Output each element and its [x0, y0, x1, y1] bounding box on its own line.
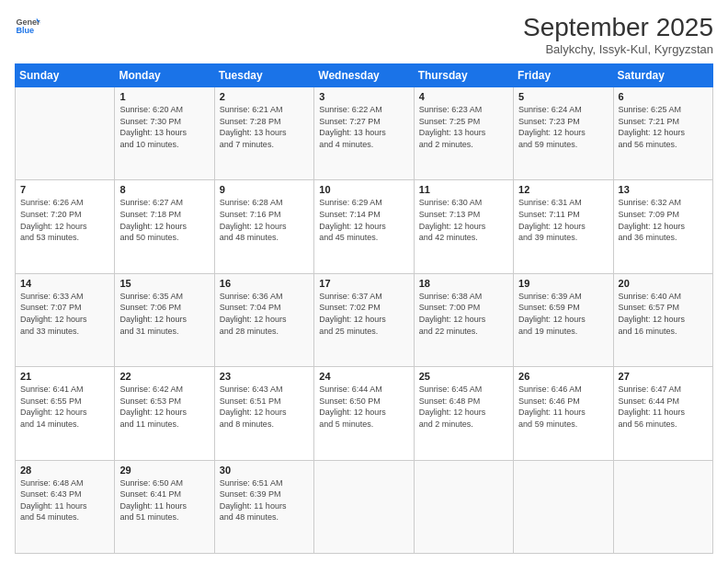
calendar-cell: 25Sunrise: 6:45 AM Sunset: 6:48 PM Dayli… [414, 367, 513, 460]
week-row-3: 14Sunrise: 6:33 AM Sunset: 7:07 PM Dayli… [16, 273, 713, 366]
day-detail: Sunrise: 6:23 AM Sunset: 7:25 PM Dayligh… [419, 104, 508, 150]
calendar-cell: 12Sunrise: 6:31 AM Sunset: 7:11 PM Dayli… [514, 180, 613, 273]
calendar-cell: 26Sunrise: 6:46 AM Sunset: 6:46 PM Dayli… [514, 367, 613, 460]
day-number: 28 [20, 465, 109, 476]
day-number: 4 [419, 91, 508, 102]
calendar-cell: 6Sunrise: 6:25 AM Sunset: 7:21 PM Daylig… [613, 87, 712, 180]
header: General Blue September 2025 Balykchy, Is… [15, 13, 713, 56]
day-number: 16 [220, 278, 309, 289]
day-detail: Sunrise: 6:22 AM Sunset: 7:27 PM Dayligh… [319, 104, 408, 150]
weekday-header-saturday: Saturday [613, 64, 712, 87]
title-block: September 2025 Balykchy, Issyk-Kul, Kyrg… [523, 13, 713, 56]
weekday-header-sunday: Sunday [16, 64, 115, 87]
day-detail: Sunrise: 6:20 AM Sunset: 7:30 PM Dayligh… [119, 104, 209, 150]
calendar-cell [16, 87, 115, 180]
day-detail: Sunrise: 6:33 AM Sunset: 7:07 PM Dayligh… [20, 291, 109, 337]
day-detail: Sunrise: 6:28 AM Sunset: 7:16 PM Dayligh… [220, 197, 309, 243]
calendar-cell: 11Sunrise: 6:30 AM Sunset: 7:13 PM Dayli… [414, 180, 513, 273]
day-detail: Sunrise: 6:37 AM Sunset: 7:02 PM Dayligh… [319, 291, 408, 337]
day-number: 27 [619, 371, 708, 382]
day-number: 22 [119, 371, 209, 382]
calendar-subtitle: Balykchy, Issyk-Kul, Kyrgyzstan [523, 42, 713, 56]
day-detail: Sunrise: 6:50 AM Sunset: 6:41 PM Dayligh… [119, 477, 209, 523]
day-detail: Sunrise: 6:24 AM Sunset: 7:23 PM Dayligh… [518, 104, 608, 150]
calendar-cell: 7Sunrise: 6:26 AM Sunset: 7:20 PM Daylig… [16, 180, 115, 273]
day-number: 18 [419, 278, 508, 289]
day-detail: Sunrise: 6:48 AM Sunset: 6:43 PM Dayligh… [20, 477, 109, 523]
day-number: 7 [20, 184, 109, 195]
day-detail: Sunrise: 6:30 AM Sunset: 7:13 PM Dayligh… [419, 197, 508, 243]
weekday-header-monday: Monday [115, 64, 214, 87]
calendar-cell [613, 460, 712, 553]
calendar-cell: 3Sunrise: 6:22 AM Sunset: 7:27 PM Daylig… [314, 87, 414, 180]
day-detail: Sunrise: 6:32 AM Sunset: 7:09 PM Dayligh… [619, 197, 708, 243]
calendar-cell: 13Sunrise: 6:32 AM Sunset: 7:09 PM Dayli… [613, 180, 712, 273]
week-row-4: 21Sunrise: 6:41 AM Sunset: 6:55 PM Dayli… [16, 367, 713, 460]
day-detail: Sunrise: 6:36 AM Sunset: 7:04 PM Dayligh… [220, 291, 309, 337]
day-number: 2 [220, 91, 309, 102]
day-detail: Sunrise: 6:45 AM Sunset: 6:48 PM Dayligh… [419, 384, 508, 430]
day-number: 29 [119, 465, 209, 476]
day-detail: Sunrise: 6:26 AM Sunset: 7:20 PM Dayligh… [20, 197, 109, 243]
calendar-cell: 28Sunrise: 6:48 AM Sunset: 6:43 PM Dayli… [16, 460, 115, 553]
calendar-cell: 30Sunrise: 6:51 AM Sunset: 6:39 PM Dayli… [214, 460, 313, 553]
calendar-cell [414, 460, 513, 553]
calendar-cell: 19Sunrise: 6:39 AM Sunset: 6:59 PM Dayli… [514, 273, 613, 366]
day-detail: Sunrise: 6:35 AM Sunset: 7:06 PM Dayligh… [119, 291, 209, 337]
calendar-table: SundayMondayTuesdayWednesdayThursdayFrid… [15, 63, 713, 554]
week-row-2: 7Sunrise: 6:26 AM Sunset: 7:20 PM Daylig… [16, 180, 713, 273]
day-number: 26 [518, 371, 608, 382]
day-number: 25 [419, 371, 508, 382]
day-number: 10 [319, 184, 408, 195]
calendar-cell: 8Sunrise: 6:27 AM Sunset: 7:18 PM Daylig… [115, 180, 214, 273]
calendar-cell: 24Sunrise: 6:44 AM Sunset: 6:50 PM Dayli… [314, 367, 414, 460]
day-detail: Sunrise: 6:25 AM Sunset: 7:21 PM Dayligh… [619, 104, 708, 150]
calendar-cell: 10Sunrise: 6:29 AM Sunset: 7:14 PM Dayli… [314, 180, 414, 273]
day-number: 12 [518, 184, 608, 195]
day-detail: Sunrise: 6:47 AM Sunset: 6:44 PM Dayligh… [619, 384, 708, 430]
calendar-cell: 15Sunrise: 6:35 AM Sunset: 7:06 PM Dayli… [115, 273, 214, 366]
calendar-title: September 2025 [523, 13, 713, 42]
day-detail: Sunrise: 6:43 AM Sunset: 6:51 PM Dayligh… [220, 384, 309, 430]
day-detail: Sunrise: 6:46 AM Sunset: 6:46 PM Dayligh… [518, 384, 608, 430]
day-number: 19 [518, 278, 608, 289]
calendar-cell: 9Sunrise: 6:28 AM Sunset: 7:16 PM Daylig… [214, 180, 313, 273]
day-number: 11 [419, 184, 508, 195]
day-detail: Sunrise: 6:27 AM Sunset: 7:18 PM Dayligh… [119, 197, 209, 243]
day-number: 3 [319, 91, 408, 102]
day-detail: Sunrise: 6:40 AM Sunset: 6:57 PM Dayligh… [619, 291, 708, 337]
calendar-cell: 1Sunrise: 6:20 AM Sunset: 7:30 PM Daylig… [115, 87, 214, 180]
day-number: 1 [119, 91, 209, 102]
calendar-cell: 18Sunrise: 6:38 AM Sunset: 7:00 PM Dayli… [414, 273, 513, 366]
weekday-header-wednesday: Wednesday [314, 64, 414, 87]
day-number: 14 [20, 278, 109, 289]
calendar-cell: 17Sunrise: 6:37 AM Sunset: 7:02 PM Dayli… [314, 273, 414, 366]
calendar-cell: 27Sunrise: 6:47 AM Sunset: 6:44 PM Dayli… [613, 367, 712, 460]
day-detail: Sunrise: 6:29 AM Sunset: 7:14 PM Dayligh… [319, 197, 408, 243]
day-number: 23 [220, 371, 309, 382]
svg-text:Blue: Blue [16, 26, 34, 35]
day-detail: Sunrise: 6:41 AM Sunset: 6:55 PM Dayligh… [20, 384, 109, 430]
day-number: 6 [619, 91, 708, 102]
day-number: 17 [319, 278, 408, 289]
day-number: 13 [619, 184, 708, 195]
calendar-cell: 2Sunrise: 6:21 AM Sunset: 7:28 PM Daylig… [214, 87, 313, 180]
day-number: 24 [319, 371, 408, 382]
day-number: 21 [20, 371, 109, 382]
calendar-cell: 4Sunrise: 6:23 AM Sunset: 7:25 PM Daylig… [414, 87, 513, 180]
week-row-1: 1Sunrise: 6:20 AM Sunset: 7:30 PM Daylig… [16, 87, 713, 180]
calendar-cell: 29Sunrise: 6:50 AM Sunset: 6:41 PM Dayli… [115, 460, 214, 553]
day-number: 15 [119, 278, 209, 289]
calendar-cell: 5Sunrise: 6:24 AM Sunset: 7:23 PM Daylig… [514, 87, 613, 180]
day-detail: Sunrise: 6:39 AM Sunset: 6:59 PM Dayligh… [518, 291, 608, 337]
weekday-header-tuesday: Tuesday [214, 64, 313, 87]
day-number: 30 [220, 465, 309, 476]
weekday-header-row: SundayMondayTuesdayWednesdayThursdayFrid… [16, 64, 713, 87]
day-detail: Sunrise: 6:42 AM Sunset: 6:53 PM Dayligh… [119, 384, 209, 430]
day-number: 9 [220, 184, 309, 195]
calendar-cell: 21Sunrise: 6:41 AM Sunset: 6:55 PM Dayli… [16, 367, 115, 460]
page: General Blue September 2025 Balykchy, Is… [0, 0, 728, 563]
calendar-cell [314, 460, 414, 553]
week-row-5: 28Sunrise: 6:48 AM Sunset: 6:43 PM Dayli… [16, 460, 713, 553]
day-detail: Sunrise: 6:38 AM Sunset: 7:00 PM Dayligh… [419, 291, 508, 337]
